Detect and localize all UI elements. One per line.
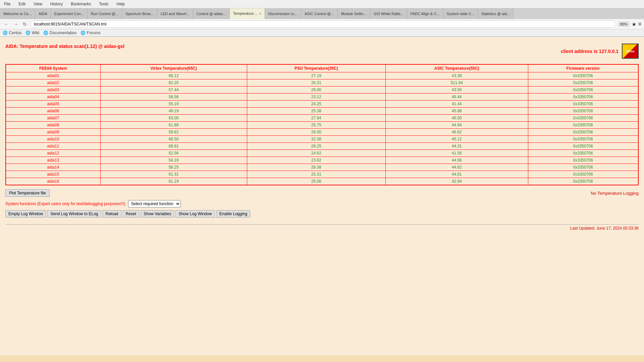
menu-bookmarks[interactable]: Bookmarks (69, 1, 92, 7)
table-cell-5-0: aida06 (6, 108, 100, 115)
table-cell-9-3: 45.12 (385, 136, 528, 143)
table-cell-4-1: 55.19 (100, 101, 247, 108)
plot-temperature-button[interactable]: Plot Temperature file (5, 189, 50, 197)
table-cell-15-3: 42.94 (385, 178, 528, 185)
browser-tab-2[interactable]: Experiment Con... (51, 8, 88, 19)
table-cell-1-4: 0x3350706 (528, 79, 638, 86)
table-cell-7-0: aida08 (6, 122, 100, 129)
table-cell-2-1: 57.44 (100, 86, 247, 94)
browser-tab-6[interactable]: Control @ aidas... (193, 8, 230, 19)
table-cell-13-2: 26.38 (247, 164, 385, 171)
action-btn-0[interactable]: Empty Log Window (5, 210, 46, 218)
last-updated: Last Updated: June 17, 2024 05:33:36 (570, 226, 639, 231)
table-cell-8-4: 0x3350706 (528, 129, 638, 136)
browser-tab-8[interactable]: Discriminator cc... (265, 8, 301, 19)
menu-view[interactable]: View (32, 1, 44, 7)
action-btn-3[interactable]: Reset (123, 210, 139, 218)
midas-logo: Midas (622, 44, 639, 59)
tab-bar: Welcome to Ce...AIDAExperiment Con...Run… (0, 8, 644, 19)
table-cell-3-0: aida04 (6, 94, 100, 101)
bookmark-centos[interactable]: 🌐 Centos (3, 31, 21, 35)
table-cell-8-3: 46.62 (385, 129, 528, 136)
table-cell-7-4: 0x3350706 (528, 122, 638, 129)
browser-tab-14[interactable]: Statistics @ aid... (478, 8, 514, 19)
sys-functions-label: System functions (Expert users only for … (5, 201, 125, 206)
menu-help[interactable]: Help (115, 1, 126, 7)
table-cell-14-3: 44.81 (385, 171, 528, 178)
reload-button[interactable]: ↻ (21, 21, 28, 27)
table-cell-14-4: 0x3350706 (528, 171, 638, 178)
table-cell-9-2: 32.38 (247, 136, 385, 143)
plot-btn-row: Plot Temperature file No Temperature Log… (5, 189, 639, 197)
browser-tab-5[interactable]: LED and Wavef... (157, 8, 193, 19)
table-cell-4-4: 0x3350706 (528, 101, 638, 108)
table-cell-11-2: 24.62 (247, 150, 385, 157)
no-log-text: No Temperature Logging (591, 191, 639, 196)
bookmark-forums[interactable]: 🌐 Forums (80, 31, 100, 35)
table-cell-2-4: 0x3350706 (528, 86, 638, 94)
table-cell-11-4: 0x3350706 (528, 150, 638, 157)
table-cell-13-1: 58.25 (100, 164, 247, 171)
table-cell-13-3: 44.62 (385, 164, 528, 171)
menu-bar: File Edit View History Bookmarks Tools H… (0, 0, 644, 8)
browser-tab-3[interactable]: Run Control @... (88, 8, 122, 19)
browser-tab-0[interactable]: Welcome to Ce... (0, 8, 35, 19)
table-cell-10-0: aida11 (6, 143, 100, 150)
table-cell-1-0: aida02 (6, 79, 100, 86)
url-input[interactable] (30, 20, 616, 28)
forward-button[interactable]: → (12, 21, 19, 27)
table-cell-10-2: 28.25 (247, 143, 385, 150)
menu-history[interactable]: History (49, 1, 64, 7)
page-content: AIDA: Temperature and status scan(1.12) … (0, 37, 644, 355)
action-btn-4[interactable]: Show Variables (141, 210, 174, 218)
browser-tab-9[interactable]: ASIC Control @... (301, 8, 338, 19)
table-row: aida0649.1925.3845.880x3350706 (6, 108, 638, 115)
table-row: aida1354.1923.6244.560x3350706 (6, 157, 638, 164)
table-row: aida0763.0027.9446.500x3350706 (6, 115, 638, 122)
menu-edit[interactable]: Edit (17, 1, 27, 7)
buttons-row: Empty Log WindowSend Log Window to ELogR… (5, 210, 639, 218)
tab-close-icon[interactable]: × (259, 12, 261, 15)
table-cell-11-3: 41.56 (385, 150, 528, 157)
bookmark-wiki[interactable]: 🌐 Wiki (25, 31, 39, 35)
table-cell-5-2: 25.38 (247, 108, 385, 115)
table-cell-4-2: 24.25 (247, 101, 385, 108)
table-cell-9-4: 0x3350706 (528, 136, 638, 143)
table-header-4: Firmware version (528, 64, 638, 72)
bookmark-star-icon[interactable]: ★ (632, 21, 636, 27)
table-cell-0-2: 27.19 (247, 72, 385, 79)
bookmarks-bar: 🌐 Centos 🌐 Wiki 🌐 Documentation 🌐 Forums (0, 29, 644, 37)
table-cell-12-3: 44.56 (385, 157, 528, 164)
browser-tab-10[interactable]: Module Settin... (338, 8, 370, 19)
menu-icon[interactable]: ≡ (638, 21, 641, 27)
browser-tab-1[interactable]: AIDA (35, 8, 51, 19)
table-cell-10-3: 44.31 (385, 143, 528, 150)
table-row: aida1068.5032.3845.120x3350706 (6, 136, 638, 143)
browser-tab-7[interactable]: Temperature ...× (230, 8, 265, 19)
table-cell-6-2: 27.94 (247, 115, 385, 122)
table-header-3: ASIC Temperature(55C) (385, 64, 528, 72)
table-cell-14-2: 25.31 (247, 171, 385, 178)
bookmark-documentation[interactable]: 🌐 Documentation (43, 31, 76, 35)
table-cell-12-4: 0x3350706 (528, 157, 638, 164)
menu-tools[interactable]: Tools (98, 1, 110, 7)
table-cell-8-1: 59.62 (100, 129, 247, 136)
table-row: aida1458.2526.3844.620x3350706 (6, 164, 638, 171)
menu-file[interactable]: File (3, 1, 12, 7)
browser-tab-13[interactable]: System wide C... (443, 8, 478, 19)
table-row: aida0357.4428.0043.560x3350706 (6, 86, 638, 94)
table-row: aida0168.1227.1943.380x3350706 (6, 72, 638, 79)
table-cell-3-2: 23.12 (247, 94, 385, 101)
back-button[interactable]: ← (3, 21, 10, 27)
action-btn-6[interactable]: Enable Logging (216, 210, 250, 218)
action-btn-1[interactable]: Send Log Window to ELog (47, 210, 101, 218)
table-cell-5-3: 45.88 (385, 108, 528, 115)
table-row: aida1561.3125.3144.810x3350706 (6, 171, 638, 178)
table-row: aida0959.6226.0046.620x3350706 (6, 129, 638, 136)
action-btn-2[interactable]: Reload (103, 210, 121, 218)
browser-tab-12[interactable]: FADC Align & C... (407, 8, 443, 19)
browser-tab-4[interactable]: Spectrum Brow... (122, 8, 157, 19)
select-function-dropdown[interactable]: Select required function (128, 200, 181, 207)
action-btn-5[interactable]: Show Log Window (175, 210, 215, 218)
browser-tab-11[interactable]: GSI White Rabb... (370, 8, 407, 19)
